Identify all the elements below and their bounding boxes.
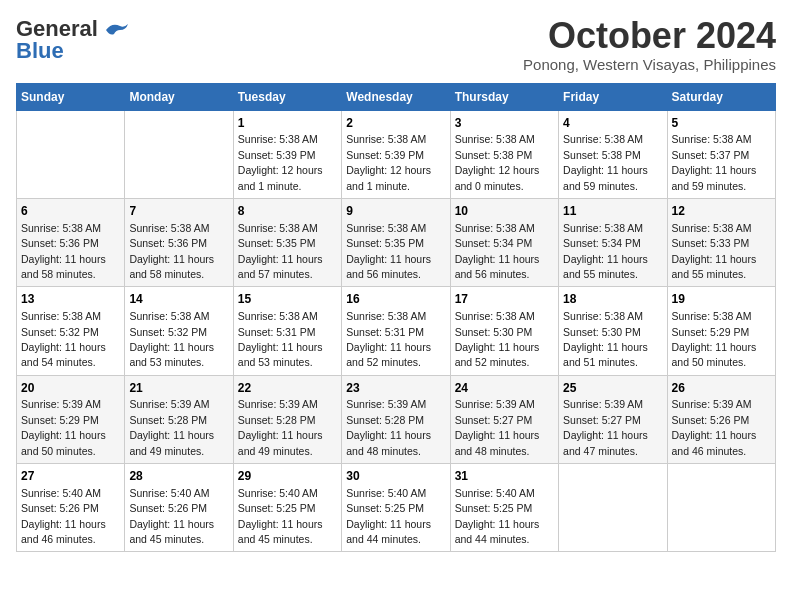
day-number: 16	[346, 291, 445, 308]
day-info: Sunrise: 5:39 AMSunset: 5:28 PMDaylight:…	[238, 398, 323, 456]
calendar-cell: 14 Sunrise: 5:38 AMSunset: 5:32 PMDaylig…	[125, 287, 233, 375]
calendar-cell: 10 Sunrise: 5:38 AMSunset: 5:34 PMDaylig…	[450, 198, 558, 286]
day-info: Sunrise: 5:38 AMSunset: 5:36 PMDaylight:…	[129, 222, 214, 280]
day-number: 27	[21, 468, 120, 485]
calendar-cell: 7 Sunrise: 5:38 AMSunset: 5:36 PMDayligh…	[125, 198, 233, 286]
title-block: October 2024 Ponong, Western Visayas, Ph…	[523, 16, 776, 73]
calendar-header: SundayMondayTuesdayWednesdayThursdayFrid…	[17, 83, 776, 110]
day-number: 17	[455, 291, 554, 308]
day-number: 22	[238, 380, 337, 397]
day-number: 4	[563, 115, 662, 132]
day-number: 11	[563, 203, 662, 220]
day-number: 24	[455, 380, 554, 397]
day-info: Sunrise: 5:39 AMSunset: 5:26 PMDaylight:…	[672, 398, 757, 456]
calendar-cell: 22 Sunrise: 5:39 AMSunset: 5:28 PMDaylig…	[233, 375, 341, 463]
day-info: Sunrise: 5:38 AMSunset: 5:39 PMDaylight:…	[346, 133, 431, 191]
calendar-cell: 5 Sunrise: 5:38 AMSunset: 5:37 PMDayligh…	[667, 110, 775, 198]
day-number: 9	[346, 203, 445, 220]
day-number: 12	[672, 203, 771, 220]
day-number: 3	[455, 115, 554, 132]
day-number: 7	[129, 203, 228, 220]
calendar-cell: 27 Sunrise: 5:40 AMSunset: 5:26 PMDaylig…	[17, 464, 125, 552]
calendar-week-row: 6 Sunrise: 5:38 AMSunset: 5:36 PMDayligh…	[17, 198, 776, 286]
day-info: Sunrise: 5:38 AMSunset: 5:32 PMDaylight:…	[129, 310, 214, 368]
day-info: Sunrise: 5:40 AMSunset: 5:25 PMDaylight:…	[346, 487, 431, 545]
calendar-cell: 28 Sunrise: 5:40 AMSunset: 5:26 PMDaylig…	[125, 464, 233, 552]
calendar-cell: 31 Sunrise: 5:40 AMSunset: 5:25 PMDaylig…	[450, 464, 558, 552]
calendar-cell: 25 Sunrise: 5:39 AMSunset: 5:27 PMDaylig…	[559, 375, 667, 463]
calendar-cell	[125, 110, 233, 198]
calendar-cell: 21 Sunrise: 5:39 AMSunset: 5:28 PMDaylig…	[125, 375, 233, 463]
weekday-header: Saturday	[667, 83, 775, 110]
calendar-cell: 23 Sunrise: 5:39 AMSunset: 5:28 PMDaylig…	[342, 375, 450, 463]
day-number: 14	[129, 291, 228, 308]
calendar-cell: 6 Sunrise: 5:38 AMSunset: 5:36 PMDayligh…	[17, 198, 125, 286]
calendar-cell: 8 Sunrise: 5:38 AMSunset: 5:35 PMDayligh…	[233, 198, 341, 286]
day-info: Sunrise: 5:39 AMSunset: 5:28 PMDaylight:…	[129, 398, 214, 456]
calendar-week-row: 13 Sunrise: 5:38 AMSunset: 5:32 PMDaylig…	[17, 287, 776, 375]
weekday-row: SundayMondayTuesdayWednesdayThursdayFrid…	[17, 83, 776, 110]
day-number: 29	[238, 468, 337, 485]
day-number: 23	[346, 380, 445, 397]
day-number: 21	[129, 380, 228, 397]
day-number: 13	[21, 291, 120, 308]
calendar-cell: 29 Sunrise: 5:40 AMSunset: 5:25 PMDaylig…	[233, 464, 341, 552]
day-number: 5	[672, 115, 771, 132]
day-number: 30	[346, 468, 445, 485]
calendar-cell: 9 Sunrise: 5:38 AMSunset: 5:35 PMDayligh…	[342, 198, 450, 286]
day-number: 19	[672, 291, 771, 308]
day-number: 8	[238, 203, 337, 220]
day-info: Sunrise: 5:38 AMSunset: 5:34 PMDaylight:…	[455, 222, 540, 280]
calendar-cell: 17 Sunrise: 5:38 AMSunset: 5:30 PMDaylig…	[450, 287, 558, 375]
calendar-body: 1 Sunrise: 5:38 AMSunset: 5:39 PMDayligh…	[17, 110, 776, 552]
day-info: Sunrise: 5:38 AMSunset: 5:39 PMDaylight:…	[238, 133, 323, 191]
weekday-header: Wednesday	[342, 83, 450, 110]
day-info: Sunrise: 5:39 AMSunset: 5:27 PMDaylight:…	[455, 398, 540, 456]
calendar-cell: 2 Sunrise: 5:38 AMSunset: 5:39 PMDayligh…	[342, 110, 450, 198]
page-header: General Blue October 2024 Ponong, Wester…	[16, 16, 776, 73]
day-number: 20	[21, 380, 120, 397]
weekday-header: Monday	[125, 83, 233, 110]
day-info: Sunrise: 5:40 AMSunset: 5:26 PMDaylight:…	[129, 487, 214, 545]
day-info: Sunrise: 5:38 AMSunset: 5:34 PMDaylight:…	[563, 222, 648, 280]
day-info: Sunrise: 5:38 AMSunset: 5:30 PMDaylight:…	[563, 310, 648, 368]
calendar-cell: 26 Sunrise: 5:39 AMSunset: 5:26 PMDaylig…	[667, 375, 775, 463]
calendar-cell: 12 Sunrise: 5:38 AMSunset: 5:33 PMDaylig…	[667, 198, 775, 286]
calendar-week-row: 27 Sunrise: 5:40 AMSunset: 5:26 PMDaylig…	[17, 464, 776, 552]
day-number: 6	[21, 203, 120, 220]
calendar-cell: 20 Sunrise: 5:39 AMSunset: 5:29 PMDaylig…	[17, 375, 125, 463]
day-info: Sunrise: 5:39 AMSunset: 5:29 PMDaylight:…	[21, 398, 106, 456]
calendar-cell: 16 Sunrise: 5:38 AMSunset: 5:31 PMDaylig…	[342, 287, 450, 375]
day-number: 10	[455, 203, 554, 220]
day-info: Sunrise: 5:38 AMSunset: 5:35 PMDaylight:…	[238, 222, 323, 280]
calendar-week-row: 1 Sunrise: 5:38 AMSunset: 5:39 PMDayligh…	[17, 110, 776, 198]
weekday-header: Sunday	[17, 83, 125, 110]
day-number: 15	[238, 291, 337, 308]
day-info: Sunrise: 5:38 AMSunset: 5:31 PMDaylight:…	[238, 310, 323, 368]
calendar-cell: 15 Sunrise: 5:38 AMSunset: 5:31 PMDaylig…	[233, 287, 341, 375]
day-number: 25	[563, 380, 662, 397]
day-number: 28	[129, 468, 228, 485]
calendar-cell: 13 Sunrise: 5:38 AMSunset: 5:32 PMDaylig…	[17, 287, 125, 375]
day-info: Sunrise: 5:40 AMSunset: 5:25 PMDaylight:…	[455, 487, 540, 545]
day-number: 26	[672, 380, 771, 397]
day-info: Sunrise: 5:39 AMSunset: 5:28 PMDaylight:…	[346, 398, 431, 456]
weekday-header: Friday	[559, 83, 667, 110]
day-info: Sunrise: 5:40 AMSunset: 5:25 PMDaylight:…	[238, 487, 323, 545]
page-title: October 2024	[523, 16, 776, 56]
calendar-week-row: 20 Sunrise: 5:39 AMSunset: 5:29 PMDaylig…	[17, 375, 776, 463]
day-info: Sunrise: 5:38 AMSunset: 5:38 PMDaylight:…	[455, 133, 540, 191]
day-number: 31	[455, 468, 554, 485]
day-info: Sunrise: 5:38 AMSunset: 5:32 PMDaylight:…	[21, 310, 106, 368]
calendar-cell	[17, 110, 125, 198]
day-info: Sunrise: 5:38 AMSunset: 5:33 PMDaylight:…	[672, 222, 757, 280]
day-info: Sunrise: 5:38 AMSunset: 5:38 PMDaylight:…	[563, 133, 648, 191]
day-number: 18	[563, 291, 662, 308]
calendar-cell: 1 Sunrise: 5:38 AMSunset: 5:39 PMDayligh…	[233, 110, 341, 198]
day-number: 2	[346, 115, 445, 132]
weekday-header: Thursday	[450, 83, 558, 110]
logo-bird-icon	[102, 20, 130, 38]
weekday-header: Tuesday	[233, 83, 341, 110]
day-info: Sunrise: 5:38 AMSunset: 5:37 PMDaylight:…	[672, 133, 757, 191]
logo-blue: Blue	[16, 38, 64, 64]
